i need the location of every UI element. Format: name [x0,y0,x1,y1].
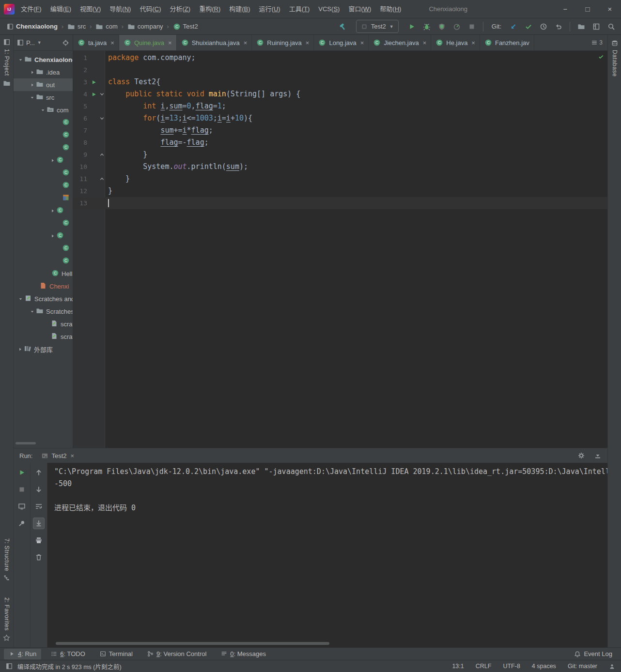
show-console-button[interactable] [16,501,28,512]
toolwindow-todo-button[interactable]: 6: TODO [46,649,90,659]
tree-item-外部库[interactable]: 外部库 [14,343,73,355]
project-structure-button[interactable] [577,23,585,31]
console-horizontal-scrollbar[interactable] [56,642,329,645]
editor-line-9[interactable]: 9 } [73,149,607,161]
editor-tab-Jiechen.java[interactable]: CJiechen.java× [369,35,431,50]
toolwindow-terminal-button[interactable]: Terminal [95,649,138,659]
locate-file-button[interactable] [62,39,69,46]
run-tab[interactable]: Test2 × [37,448,78,463]
tree-closed-arrow-icon[interactable] [30,70,35,75]
run-settings-button[interactable] [577,452,585,459]
highlighting-level-icon[interactable] [609,663,615,670]
search-everywhere-button[interactable] [607,23,615,31]
minimize-button[interactable]: − [554,0,576,18]
close-icon[interactable]: × [360,39,364,46]
breadcrumb-item-src[interactable]: src [67,23,86,31]
file-encoding[interactable]: UTF-8 [503,663,520,670]
editor-line-2[interactable]: 2 [73,64,607,76]
editor-tab-He.java[interactable]: CHe.java× [431,35,480,50]
tree-item-.idea[interactable]: .idea [14,66,73,78]
tree-closed-arrow-icon[interactable] [17,347,23,352]
breadcrumb-item-Test2[interactable]: CTest2 [173,23,198,31]
pin-tab-button[interactable] [16,518,28,529]
tool-button-database[interactable]: Database [608,40,621,76]
toolwindow-messages-button[interactable]: 0: Messages [216,649,271,659]
clear-console-button[interactable] [33,551,45,563]
editor-tab-Ruining.java[interactable]: CRuining.java× [252,35,314,50]
git-branch[interactable]: Git: master [568,663,597,670]
tree-open-arrow-icon[interactable] [18,296,23,302]
close-icon[interactable]: × [110,39,114,46]
tree-item-Chenxiaolong[interactable]: Chenxiaolong [14,53,73,66]
menu-item-8[interactable]: 运行(U) [255,0,285,18]
menu-item-3[interactable]: 导航(N) [105,0,135,18]
tree-item-class-12[interactable]: C [14,204,73,217]
breadcrumb-item-Chenxiaolong[interactable]: Chenxiaolong [7,23,58,30]
tree-item-Hell[interactable]: CHell [14,267,73,280]
git-update-button[interactable] [510,23,517,31]
tree-item-com[interactable]: com [14,104,73,116]
close-icon[interactable]: × [423,39,427,46]
hide-panel-button[interactable] [594,452,602,459]
tree-closed-arrow-icon[interactable] [30,82,35,88]
coverage-button[interactable] [438,23,446,31]
maximize-button[interactable]: □ [576,0,599,18]
editor-tab-Fanzhen.jav[interactable]: CFanzhen.jav [480,35,534,50]
tree-open-arrow-icon[interactable] [30,95,35,100]
editor-line-8[interactable]: 8 flag=-flag; [73,137,607,149]
breadcrumb-item-company[interactable]: company [127,23,163,31]
tool-button-project[interactable]: 1: Project [0,39,13,87]
fold-open-icon[interactable] [99,116,105,121]
line-separator[interactable]: CRLF [476,663,492,670]
editor-line-3[interactable]: 3class Test2{ [73,76,607,88]
tree-item-class-16[interactable]: C [14,255,73,267]
rerun-button[interactable] [16,467,28,478]
tree-item-class-13[interactable]: C [14,217,73,229]
git-commit-button[interactable] [525,23,532,31]
menu-item-11[interactable]: 窗口(W) [344,0,375,18]
editor-tab-Quine.java[interactable]: CQuine.java× [119,35,177,50]
hidden-tabs-icon[interactable] [591,39,598,46]
close-icon[interactable]: × [244,39,248,46]
fold-open-icon[interactable] [99,92,105,97]
menu-item-10[interactable]: VCS(S) [314,0,344,18]
menu-item-2[interactable]: 视图(V) [76,0,105,18]
close-icon[interactable]: × [471,39,475,46]
stop-button[interactable] [16,484,28,495]
menu-item-7[interactable]: 构建(B) [225,0,254,18]
scroll-to-end-button[interactable] [33,518,45,529]
build-icon[interactable] [339,23,347,31]
menu-item-12[interactable]: 帮助(H) [375,0,405,18]
menu-item-9[interactable]: 工具(T) [285,0,314,18]
tree-item-out[interactable]: out [14,78,73,91]
breadcrumb-item-com[interactable]: com [95,23,118,31]
close-icon[interactable]: × [71,452,75,459]
menu-item-0[interactable]: 文件(F) [16,0,46,18]
tree-item-class-10[interactable]: C [14,179,73,192]
tree-item-class-7[interactable]: C [14,141,73,154]
profiler-button[interactable] [453,23,461,31]
debug-button[interactable] [423,23,431,31]
down-stack-trace-button[interactable] [33,484,45,495]
fold-close-icon[interactable] [99,176,105,182]
menu-item-4[interactable]: 代码(C) [135,0,165,18]
toolwindow-run-button[interactable]: 4: Run [4,649,41,659]
tree-item-class-6[interactable]: C [14,129,73,141]
tree-item-class-8[interactable]: C [14,154,73,167]
tool-button-structure[interactable]: 7: Structure [0,538,13,581]
run-line-icon[interactable] [92,80,96,85]
tree-item-class-11[interactable] [14,192,73,204]
project-view-dropdown[interactable]: P... [26,39,35,46]
tree-open-arrow-icon[interactable] [30,309,35,314]
code-editor[interactable]: 1package com.company;23class Test2{4 pub… [73,51,607,448]
editor-line-5[interactable]: 5 int i,sum=0,flag=1; [73,100,607,112]
tree-closed-arrow-icon[interactable] [50,158,55,163]
menu-item-5[interactable]: 分析(Z) [166,0,195,18]
tree-item-scratch[interactable]: scratch [14,330,73,343]
close-icon[interactable]: × [306,39,310,46]
editor-line-11[interactable]: 11 } [73,173,607,185]
menu-item-6[interactable]: 重构(R) [195,0,225,18]
tree-open-arrow-icon[interactable] [18,57,23,62]
git-history-button[interactable] [540,23,547,31]
restore-layout-button[interactable] [592,23,600,31]
